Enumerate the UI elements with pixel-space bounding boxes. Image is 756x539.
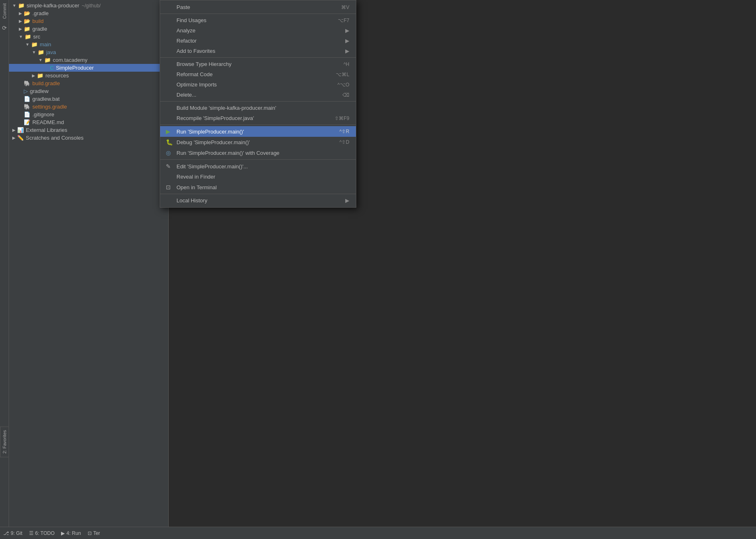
ext-libs-label: External Libraries — [26, 127, 67, 133]
ctx-open-terminal[interactable]: ⊡ Open in Terminal — [160, 182, 356, 192]
ctx-optimize-label: Optimize Imports — [177, 82, 329, 88]
main-label: main — [40, 41, 51, 48]
git-icon: ⎇ — [3, 530, 9, 536]
tree-item-gradlew[interactable]: ▶ ▷ gradlew — [9, 87, 168, 95]
tree-item-gradle[interactable]: ▶ 📂 .gradle — [9, 9, 168, 17]
tree-item-build[interactable]: ▶ 📂 build — [9, 17, 168, 25]
debug-icon: 🐛 — [166, 139, 174, 145]
ctx-reveal-finder[interactable]: Reveal in Finder — [160, 172, 356, 182]
sep6 — [160, 194, 356, 194]
ctx-run[interactable]: ▶ Run 'SimpleProducer.main()' ^⇧R — [160, 126, 356, 137]
tree-item-scratches[interactable]: ▶ ✏️ Scratches and Consoles — [9, 134, 168, 142]
tree-item-java[interactable]: ▼ 📁 java — [9, 48, 168, 56]
ctx-run-shortcut: ^⇧R — [340, 129, 349, 134]
sep4 — [160, 125, 356, 125]
ctx-run-coverage[interactable]: ◎ Run 'SimpleProducer.main()' with Cover… — [160, 147, 356, 158]
tree-item-ext-libs[interactable]: ▶ 📊 External Libraries — [9, 126, 168, 134]
ctx-build-module[interactable]: Build Module 'simple-kafka-producer.main… — [160, 103, 356, 113]
ctx-debug[interactable]: 🐛 Debug 'SimpleProducer.main()' ^⇧D — [160, 137, 356, 147]
bottom-run[interactable]: ▶ 4: Run — [61, 530, 81, 536]
readme-label: README.md — [32, 119, 64, 125]
gitignore-label: .gitignore — [32, 111, 54, 118]
tree-arrow-rm: ▶ — [19, 120, 22, 125]
tree-item-readme[interactable]: ▶ 📝 README.md — [9, 118, 168, 126]
tree-item-com[interactable]: ▼ 📁 com.tacademy — [9, 56, 168, 64]
gradle-folder-icon: 📂 — [24, 10, 30, 16]
resources-label: resources — [45, 72, 69, 79]
bottom-git[interactable]: ⎇ 9: Git — [3, 530, 23, 536]
analyze-arrow: ▶ — [345, 27, 349, 34]
bottom-terminal[interactable]: ⊡ Ter — [88, 530, 100, 536]
ctx-history-label: Local History — [177, 197, 342, 204]
tree-item-src[interactable]: ▼ 📁 src — [9, 33, 168, 41]
ctx-find-shortcut: ⌥F7 — [338, 18, 349, 23]
tree-arrow: ▼ — [12, 3, 16, 8]
ctx-edit-label: Edit 'SimpleProducer.main()'... — [177, 163, 349, 170]
gradlew-label: gradlew — [30, 88, 49, 94]
ctx-coverage-label: Run 'SimpleProducer.main()' with Coverag… — [177, 150, 349, 156]
tree-arrow-gi: ▶ — [19, 112, 22, 117]
ctx-delete-shortcut: ⌫ — [342, 92, 349, 98]
ctx-add-favorites[interactable]: Add to Favorites ▶ — [160, 46, 356, 56]
tree-item-root[interactable]: ▼ 📁 simple-kafka-producer ~/github/ — [9, 2, 168, 9]
src-label: src — [33, 34, 40, 40]
git-label: 9: Git — [11, 530, 23, 536]
gradle2-folder-icon: 📁 — [24, 26, 30, 32]
ctx-local-history[interactable]: Local History ▶ — [160, 195, 356, 206]
ctx-reformat-label: Reformat Code — [177, 71, 328, 77]
ctx-refactor[interactable]: Refactor ▶ — [160, 36, 356, 46]
tree-item-build-gradle[interactable]: ▶ 🐘 build.gradle — [9, 79, 168, 87]
tree-arrow-sp: ▶ — [45, 66, 48, 70]
ctx-recompile-shortcut: ⇧⌘F9 — [335, 116, 349, 121]
gradle-label: .gradle — [32, 10, 49, 16]
vcs-icon[interactable]: ⟳ — [2, 25, 7, 31]
ctx-paste-shortcut: ⌘V — [341, 5, 349, 10]
ctx-edit-config[interactable]: ✎ Edit 'SimpleProducer.main()'... — [160, 161, 356, 172]
build-folder-icon: 📂 — [24, 18, 30, 24]
history-arrow: ▶ — [345, 197, 349, 204]
tree-item-settings-gradle[interactable]: ▶ 🐘 settings.gradle — [9, 103, 168, 111]
settings-gradle-icon: 🐘 — [24, 104, 30, 110]
commit-sidebar[interactable]: Commit ⟳ — [0, 0, 9, 539]
tree-item-gradle2[interactable]: ▶ 📁 gradle — [9, 25, 168, 33]
tree-item-gitignore[interactable]: ▶ 📄 .gitignore — [9, 111, 168, 118]
ctx-refactor-label: Refactor — [177, 38, 342, 44]
ctx-terminal-label: Open in Terminal — [177, 184, 349, 190]
gradle-file-icon: 🐘 — [24, 80, 30, 86]
ctx-recompile[interactable]: Recompile 'SimpleProducer.java' ⇧⌘F9 — [160, 113, 356, 123]
favorites-arrow: ▶ — [345, 48, 349, 54]
simple-producer-label: SimpleProducer — [56, 65, 94, 71]
bottom-todo[interactable]: ☰ 6: TODO — [29, 530, 55, 536]
sep5 — [160, 159, 356, 160]
ctx-optimize[interactable]: Optimize Imports ^⌥O — [160, 79, 356, 90]
folder-icon: 📁 — [18, 2, 25, 9]
ext-libs-icon: 📊 — [17, 127, 24, 133]
build-label: build — [32, 18, 43, 24]
ctx-delete[interactable]: Delete... ⌫ — [160, 90, 356, 100]
scratches-label: Scratches and Consoles — [26, 135, 84, 141]
tree-item-simple-producer[interactable]: ▶ C SimpleProducer — [9, 64, 168, 72]
tree-arrow-resources: ▶ — [32, 73, 35, 78]
ctx-browse-hierarchy[interactable]: Browse Type Hierarchy ^H — [160, 59, 356, 69]
settings-gradle-label: settings.gradle — [32, 104, 67, 110]
ctx-find-usages[interactable]: Find Usages ⌥F7 — [160, 15, 356, 25]
commit-label[interactable]: Commit — [1, 0, 8, 22]
bat-icon: 📄 — [24, 96, 30, 102]
tree-item-main[interactable]: ▼ 📁 main — [9, 41, 168, 48]
java-label: java — [46, 49, 56, 55]
ctx-debug-label: Debug 'SimpleProducer.main()' — [177, 139, 331, 145]
tree-item-gradlew-bat[interactable]: ▶ 📄 gradlew.bat — [9, 95, 168, 103]
sep3 — [160, 101, 356, 102]
tree-item-resources[interactable]: ▶ 📁 resources — [9, 72, 168, 79]
scratches-icon: ✏️ — [17, 135, 24, 141]
ctx-paste[interactable]: Paste ⌘V — [160, 2, 356, 12]
bottom-bar: ⎇ 9: Git ☰ 6: TODO ▶ 4: Run ⊡ Ter — [0, 527, 756, 539]
tree-arrow-src: ▼ — [19, 34, 23, 39]
tree-arrow-build: ▶ — [19, 19, 22, 23]
tree-arrow-sc: ▶ — [12, 136, 16, 140]
ctx-analyze[interactable]: Analyze ▶ — [160, 25, 356, 36]
gradlew-bat-label: gradlew.bat — [32, 96, 60, 102]
ctx-reformat[interactable]: Reformat Code ⌥⌘L — [160, 69, 356, 79]
terminal-bar-icon: ⊡ — [88, 530, 92, 536]
ctx-hierarchy-label: Browse Type Hierarchy — [177, 61, 335, 67]
